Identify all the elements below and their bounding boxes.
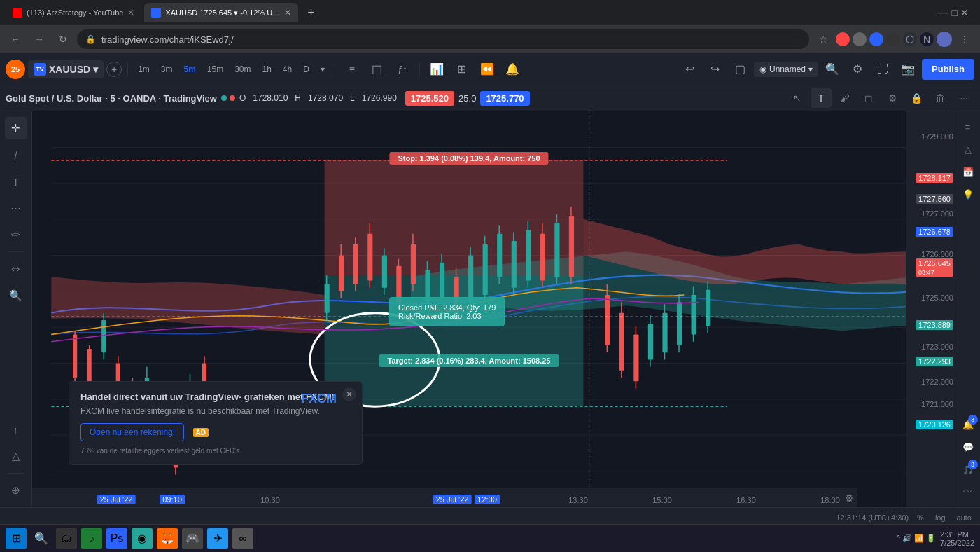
price-level-17201[interactable]: 1720.126 [906,420,953,429]
redo-button[interactable]: ↪ [704,58,726,81]
percent-button[interactable]: % [914,513,927,522]
interval-5m[interactable]: 5m [179,62,200,77]
tab-tradingview[interactable]: XAUUSD 1725.645 ▾ -0.12% Un... ✕ [144,3,298,22]
extension-icon-1[interactable] [836,32,850,46]
draw-text-tool[interactable]: T [811,88,832,108]
workspace-selector[interactable]: ◉ Unnamed ▾ [754,62,818,77]
interval-1m[interactable]: 1m [134,62,154,77]
extension-icon-4[interactable] [886,32,900,46]
price-level-17256[interactable]: 1725.645 03:47 [906,258,953,277]
tool-alert[interactable]: △ [5,445,27,467]
rs-notifications[interactable]: 🔔 3 [958,415,978,434]
tool-text[interactable]: T [5,170,27,193]
indicators-panel-button[interactable]: 📊 [426,58,448,81]
tool-patterns[interactable]: ⋯ [5,197,27,219]
taskbar-app-3[interactable]: ◉ [132,528,153,549]
publish-button[interactable]: Publish [922,59,974,80]
rs-alerts[interactable]: △ [958,139,978,159]
symbol-selector[interactable]: TV XAUUSD ▾ [28,60,104,78]
time-axis-settings[interactable]: ⚙ [845,492,854,504]
rs-chart-type[interactable]: ≡ [958,117,978,137]
replay-button[interactable]: ⏪ [476,58,498,81]
tool-brush[interactable]: ✏ [5,223,27,246]
extension-icon-5[interactable]: ⬡ [903,32,917,46]
restore-button[interactable]: □ [952,7,958,18]
tab-youtube-close[interactable]: ✕ [127,8,134,18]
alerts-button[interactable]: 🔔 [501,58,524,81]
rs-ideas[interactable]: 💡 [958,184,978,204]
tool-cursor[interactable]: ✛ [5,117,27,139]
interval-more[interactable]: ▾ [316,62,329,77]
extension-icon-3[interactable] [869,32,883,46]
ad-cta-button[interactable]: Open nu een rekening! [80,423,184,441]
interval-4h[interactable]: 4h [279,62,296,77]
tool-line[interactable]: / [5,144,27,166]
reload-button[interactable]: ↻ [53,29,73,49]
rs-waves[interactable]: 〰 [958,482,978,502]
draw-brush-tool[interactable]: 🖌 [834,88,855,108]
tool-zoom[interactable]: 🔍 [5,284,27,307]
draw-cursor-tool[interactable]: ↖ [787,88,808,108]
settings-button[interactable]: ⚙ [846,58,869,81]
rs-music[interactable]: 🎵 3 [958,460,978,479]
tool-measure[interactable]: ⇔ [5,258,27,280]
taskbar-app-6[interactable]: ✈ [207,528,228,549]
start-button[interactable]: ⊞ [6,528,27,549]
price2-box[interactable]: 1725.770 [480,91,529,106]
draw-trash-btn[interactable]: 🗑 [930,88,951,108]
add-price-level-button[interactable]: + [947,227,953,240]
taskbar-app-ps[interactable]: Ps [106,528,127,549]
tool-up[interactable]: ↑ [5,418,27,441]
templates-button[interactable]: ⊞ [451,58,473,81]
address-bar[interactable]: 🔒 tradingview.com/chart/iKSEwd7j/ [77,29,809,49]
interval-d[interactable]: D [299,62,314,77]
cursor-mode-button[interactable]: ▢ [729,58,751,81]
back-button[interactable]: ← [6,29,25,49]
price-level-17222[interactable]: 1722.293 [906,357,953,366]
time-label-7: 15:00 [652,496,672,504]
profile-icon[interactable] [937,32,952,47]
price-level-17238[interactable]: 1723.889 [906,320,953,330]
forward-button[interactable]: → [29,29,49,49]
interval-30m[interactable]: 30m [230,62,255,77]
add-symbol-button[interactable]: + [106,62,122,77]
tab-tv-close[interactable]: ✕ [284,8,291,18]
fullscreen-button[interactable]: ⛶ [872,58,894,81]
taskbar-app-spotify[interactable]: ♪ [81,528,102,549]
extension-icon-2[interactable] [853,32,867,46]
taskbar-app-1[interactable]: 🗂 [56,528,77,549]
rs-calendar[interactable]: 📅 [958,162,978,181]
draw-eraser-tool[interactable]: ◻ [858,88,879,108]
screenshot-button[interactable]: 📷 [897,58,919,81]
search-taskbar[interactable]: 🔍 [31,528,52,549]
search-button[interactable]: 🔍 [821,58,844,81]
taskbar-app-7[interactable]: ∞ [232,528,253,549]
taskbar-app-5[interactable]: 🎮 [182,528,203,549]
tool-broker[interactable]: ⊕ [5,479,27,502]
auto-button[interactable]: auto [954,513,974,522]
log-button[interactable]: log [932,513,948,522]
draw-more-btn[interactable]: ··· [953,88,974,108]
rs-chat[interactable]: 💬 [958,437,978,457]
tab-youtube[interactable]: (113) ArzStrategy - YouTube ✕ [6,3,141,22]
interval-3m[interactable]: 3m [157,62,177,77]
browser-settings-icon[interactable]: ⋮ [955,29,974,49]
bookmark-star-icon[interactable]: ☆ [813,29,833,49]
price-level-1728117[interactable]: 1728.117 [906,173,953,183]
undo-button[interactable]: ↩ [678,58,701,81]
indicator-type-button[interactable]: ◫ [366,58,388,81]
interval-1h[interactable]: 1h [258,62,276,77]
profile-avatar[interactable]: 25 [6,60,25,79]
draw-lock-btn[interactable]: 🔒 [906,88,927,108]
close-button[interactable]: ✕ [960,7,969,18]
new-tab-button[interactable]: + [301,3,321,22]
indicators-button[interactable]: ƒ↑ [391,58,414,81]
ad-close-button[interactable]: ✕ [342,387,356,401]
interval-15m[interactable]: 15m [203,62,227,77]
extension-icon-6[interactable]: N [920,32,934,46]
taskbar-app-4[interactable]: 🦊 [157,528,178,549]
bar-type-button[interactable]: ≡ [341,58,363,81]
minimize-button[interactable]: — [938,6,949,19]
current-price-box[interactable]: 1725.520 [405,91,454,106]
draw-settings-btn[interactable]: ⚙ [882,88,903,108]
